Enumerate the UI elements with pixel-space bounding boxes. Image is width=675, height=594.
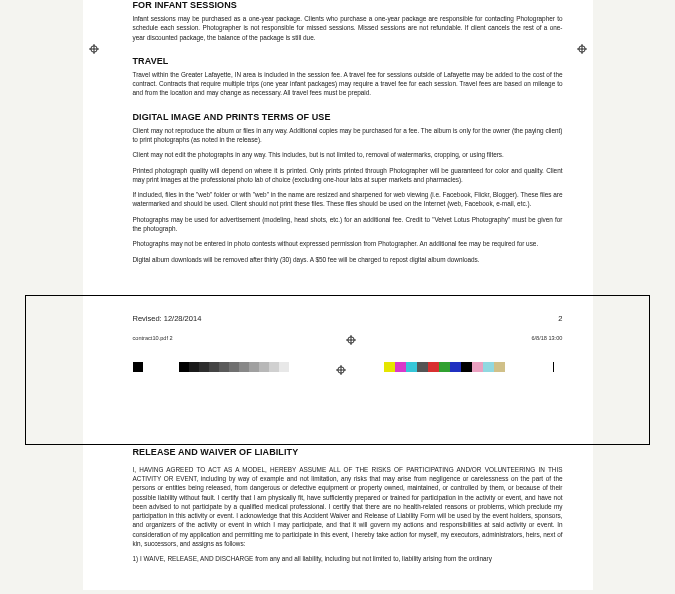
swatch [461,362,472,372]
swatch [450,362,461,372]
pdf-page-2: FOR INFANT SESSIONS Infant sessions may … [83,0,593,393]
swatch [494,362,505,372]
section-heading-release: RELEASE AND WAIVER OF LIABILITY [133,447,563,457]
swatch [189,362,199,372]
swatch [219,362,229,372]
crop-mark-icon [553,362,563,372]
pdf-page-3: RELEASE AND WAIVER OF LIABILITY I, HAVIN… [83,393,593,590]
swatch [269,362,279,372]
swatch [229,362,239,372]
body-text: I, HAVING AGREED TO ACT AS A MODEL, HERE… [133,465,563,549]
swatch [395,362,406,372]
swatch [406,362,417,372]
swatch [249,362,259,372]
swatch [239,362,249,372]
body-text: Photographs may be used for advertisemen… [133,215,563,234]
swatch [199,362,209,372]
registration-mark-icon [89,44,99,54]
body-text: Client may not reproduce the album or fi… [133,126,563,145]
registration-mark-icon [577,44,587,54]
filename-label: contract10.pdf 2 [133,335,173,347]
section-heading-infant: FOR INFANT SESSIONS [133,0,563,10]
color-ramp [384,362,516,372]
body-text: Travel within the Greater Lafayette, IN … [133,70,563,98]
section-heading-travel: TRAVEL [133,56,563,66]
swatch [417,362,428,372]
swatch [472,362,483,372]
page-number: 2 [558,314,562,323]
swatch [289,362,299,372]
swatch [439,362,450,372]
calibration-strip [133,361,563,373]
swatch [179,362,189,372]
swatch [279,362,289,372]
body-text: If included, files in the "web" folder o… [133,190,563,209]
registration-mark-icon [336,361,348,373]
grayscale-ramp [179,362,299,372]
timestamp-label: 6/8/18 13:00 [531,335,562,347]
swatch [384,362,395,372]
body-text: Digital album downloads will be removed … [133,255,563,264]
swatch [483,362,494,372]
swatch [259,362,269,372]
swatch [209,362,219,372]
page-footer: Revised: 12/28/2014 2 [133,314,563,323]
body-text: Infant sessions may be purchased as a on… [133,14,563,42]
print-info-row: contract10.pdf 2 6/8/18 13:00 [133,333,563,349]
section-heading-digital: DIGITAL IMAGE AND PRINTS TERMS OF USE [133,112,563,122]
body-text: Client may not edit the photographs in a… [133,150,563,159]
body-text: Printed photograph quality will depend o… [133,166,563,185]
body-text: Photographs may not be entered in photo … [133,239,563,248]
registration-mark-icon [346,335,358,347]
swatch [505,362,516,372]
swatch [428,362,439,372]
revised-date: Revised: 12/28/2014 [133,314,202,323]
body-text: 1) I WAIVE, RELEASE, AND DISCHARGE from … [133,554,563,563]
crop-mark-icon [133,362,143,372]
